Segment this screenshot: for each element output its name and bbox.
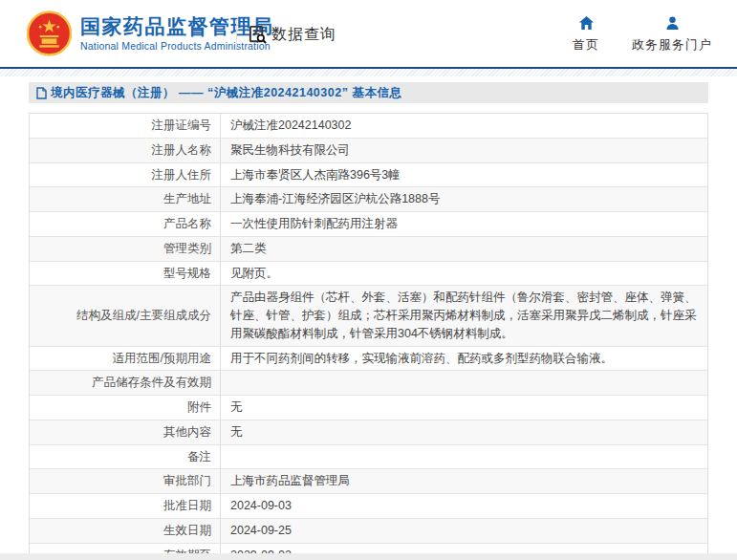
table-row: 注册人名称聚民生物科技有限公司: [30, 139, 707, 163]
national-emblem-icon: [27, 11, 72, 56]
row-label: 生产地址: [30, 187, 221, 211]
row-label-text: 型号规格: [163, 265, 211, 283]
row-label: 型号规格: [30, 262, 221, 286]
row-label: 结构及组成/主要组成成分: [30, 286, 221, 345]
row-label-text: 注册证编号: [152, 117, 212, 135]
row-value-text: 见附页。: [230, 265, 278, 283]
table-row: 型号规格见附页。: [30, 262, 707, 287]
row-label: 产品储存条件及有效期: [30, 371, 221, 395]
row-label-text: 生产地址: [163, 190, 211, 208]
row-label: 审批部门: [30, 469, 221, 493]
table-row: 批准日期2024-09-03: [30, 494, 707, 519]
agency-name: 国家药品监督管理局: [80, 15, 274, 38]
row-value-text: 2024-09-25: [230, 522, 292, 540]
row-value-text: 一次性使用防针刺配药用注射器: [230, 215, 398, 233]
data-query-tab[interactable]: 数据查询: [248, 25, 336, 45]
row-value-text: 上海市奉贤区人杰南路396号3幢: [230, 166, 401, 184]
table-row: 审批部门上海市药品监督管理局: [30, 469, 707, 494]
row-value: 2024-09-03: [221, 494, 707, 518]
row-label: 其他内容: [30, 420, 221, 444]
table-row: 其他内容无: [30, 420, 707, 445]
row-value: 聚民生物科技有限公司: [221, 139, 707, 162]
row-value: 见附页。: [221, 262, 707, 286]
nav-home[interactable]: 首页: [573, 15, 599, 54]
table-row: 备注: [30, 445, 707, 470]
row-label-text: 适用范围/预期用途: [113, 350, 211, 368]
row-label-text: 附件: [187, 398, 211, 417]
row-value: 一次性使用防针刺配药用注射器: [221, 212, 707, 236]
row-value-text: 上海市药品监督管理局: [230, 472, 350, 490]
nav-home-label: 首页: [573, 36, 599, 54]
table-row: 生效日期2024-09-25: [30, 519, 707, 544]
table-row: 结构及组成/主要组成成分产品由器身组件（芯杆、外套、活塞）和配药针组件（鲁尔滑套…: [30, 286, 707, 346]
row-label-text: 批准日期: [163, 497, 211, 515]
row-value: 用于不同药剂间的转移，实现输液前溶药、配药或多剂型药物联合输液。: [221, 347, 707, 371]
row-label-text: 结构及组成/主要组成成分: [76, 307, 211, 325]
row-value-text: 聚民生物科技有限公司: [230, 141, 350, 160]
footer-strip: [0, 553, 737, 560]
row-label: 注册人名称: [30, 139, 221, 162]
row-label: 生效日期: [30, 519, 221, 543]
row-label-text: 注册人名称: [152, 141, 212, 160]
agency-name-en: National Medical Products Administration: [80, 40, 274, 52]
row-value-text: 用于不同药剂间的转移，实现输液前溶药、配药或多剂型药物联合输液。: [230, 350, 613, 368]
row-value-text: 无: [230, 423, 243, 442]
row-value: [221, 371, 707, 395]
row-label-text: 审批部门: [163, 472, 211, 490]
page-icon: [36, 87, 47, 99]
row-label: 产品名称: [30, 212, 221, 236]
row-label: 注册证编号: [30, 114, 221, 138]
row-value: 2024-09-25: [221, 519, 707, 543]
row-label: 注册人住所: [30, 163, 221, 187]
header-hatch: [0, 69, 737, 76]
row-label: 附件: [30, 396, 221, 420]
row-value: 无: [221, 396, 707, 420]
table-row: 注册人住所上海市奉贤区人杰南路396号3幢: [30, 163, 707, 188]
row-label: 备注: [30, 445, 221, 469]
row-label-text: 产品名称: [163, 215, 211, 233]
row-value: [221, 445, 707, 469]
row-label-text: 其他内容: [163, 423, 211, 442]
registration-info-table: 注册证编号沪械注准20242140302注册人名称聚民生物科技有限公司注册人住所…: [29, 113, 708, 560]
table-row: 附件无: [30, 396, 707, 420]
row-value-text: 2024-09-03: [230, 497, 292, 515]
data-query-label: 数据查询: [271, 25, 336, 45]
row-value-text: 第二类: [230, 240, 267, 258]
row-label: 适用范围/预期用途: [30, 347, 221, 371]
home-icon: [578, 15, 595, 32]
row-value: 无: [221, 420, 707, 444]
row-label-text: 产品储存条件及有效期: [92, 374, 211, 392]
table-row: 适用范围/预期用途用于不同药剂间的转移，实现输液前溶药、配药或多剂型药物联合输液…: [30, 347, 707, 372]
row-label: 管理类别: [30, 237, 221, 261]
row-value: 上海市药品监督管理局: [221, 469, 707, 493]
user-icon: [664, 15, 681, 32]
table-row: 生产地址上海奉浦-江海经济园区沪杭公路1888号: [30, 187, 707, 212]
table-row: 管理类别第二类: [30, 237, 707, 262]
document-search-icon: [248, 25, 268, 45]
site-header: 国家药品监督管理局 National Medical Products Admi…: [0, 0, 737, 67]
row-label-text: 生效日期: [163, 522, 211, 540]
row-value: 上海奉浦-江海经济园区沪杭公路1888号: [221, 187, 707, 211]
table-row: 产品储存条件及有效期: [30, 371, 707, 396]
header-divider: [236, 19, 237, 48]
nav-portal[interactable]: 政务服务门户: [632, 15, 712, 54]
row-label-text: 注册人住所: [152, 166, 212, 184]
row-value-text: 沪械注准20242140302: [230, 117, 351, 135]
row-value: 产品由器身组件（芯杆、外套、活塞）和配药针组件（鲁尔滑套、密封管、座体、弹簧、针…: [221, 286, 707, 345]
breadcrumb: 境内医疗器械（注册） —— “沪械注准20242140302” 基本信息: [29, 82, 708, 103]
table-row: 产品名称一次性使用防针刺配药用注射器: [30, 212, 707, 237]
row-value: 沪械注准20242140302: [221, 114, 707, 138]
row-label-text: 备注: [187, 448, 211, 466]
table-row: 注册证编号沪械注准20242140302: [30, 114, 707, 139]
row-value-text: 产品由器身组件（芯杆、外套、活塞）和配药针组件（鲁尔滑套、密封管、座体、弹簧、针…: [230, 289, 698, 342]
breadcrumb-text: 境内医疗器械（注册） —— “沪械注准20242140302” 基本信息: [51, 85, 401, 101]
row-value-text: 上海奉浦-江海经济园区沪杭公路1888号: [230, 190, 440, 208]
header-nav: 首页 政务服务门户: [573, 15, 712, 54]
row-value: 第二类: [221, 237, 707, 261]
row-label: 批准日期: [30, 494, 221, 518]
row-value: 上海市奉贤区人杰南路396号3幢: [221, 163, 707, 187]
nav-portal-label: 政务服务门户: [632, 36, 712, 54]
row-label-text: 管理类别: [163, 240, 211, 258]
row-value-text: 无: [230, 398, 243, 417]
